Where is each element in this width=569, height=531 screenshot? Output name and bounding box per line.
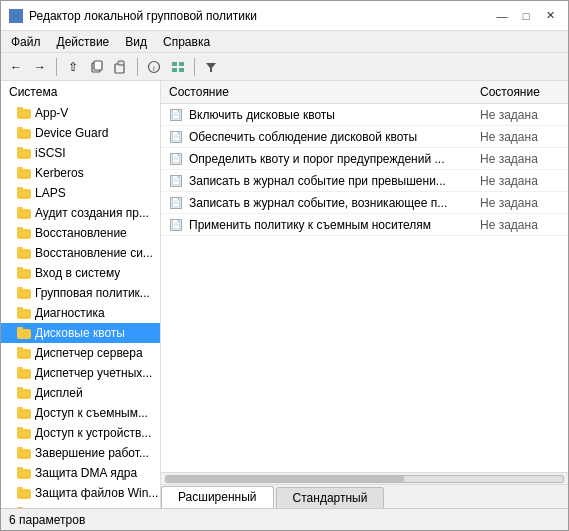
sidebar-item-label: Вход в систему bbox=[35, 266, 120, 280]
policy-list[interactable]: 📄 Включить дисковые квоты Не задана 📄 Об… bbox=[161, 104, 568, 472]
folder-icon bbox=[17, 247, 31, 259]
policy-doc-icon: 📄 bbox=[170, 109, 182, 121]
folder-icon bbox=[17, 327, 31, 339]
policy-icon: 📄 bbox=[169, 152, 183, 166]
sidebar-item-iscsi[interactable]: iSCSI bbox=[1, 143, 160, 163]
menu-file[interactable]: Файл bbox=[5, 33, 47, 51]
view-button[interactable] bbox=[167, 56, 189, 78]
sidebar-item-deviceaccess[interactable]: Доступ к устройств... bbox=[1, 423, 160, 443]
policy-state: Не задана bbox=[480, 196, 560, 210]
sidebar-item-deviceguard[interactable]: Device Guard bbox=[1, 123, 160, 143]
forward-button[interactable]: → bbox=[29, 56, 51, 78]
svg-rect-7 bbox=[179, 62, 184, 66]
sidebar-item-credmanager[interactable]: Диспетчер учетных... bbox=[1, 363, 160, 383]
sidebar-item-grouppolicy[interactable]: Групповая политик... bbox=[1, 283, 160, 303]
properties-button[interactable]: i bbox=[143, 56, 165, 78]
policy-name: Определить квоту и порог предупреждений … bbox=[189, 152, 480, 166]
policy-item[interactable]: 📄 Определить квоту и порог предупреждени… bbox=[161, 148, 568, 170]
folder-icon bbox=[17, 467, 31, 479]
policy-item[interactable]: 📄 Записать в журнал событие, возникающее… bbox=[161, 192, 568, 214]
paste-button[interactable] bbox=[110, 56, 132, 78]
sidebar-item-label: Kerberos bbox=[35, 166, 84, 180]
sidebar-item-appv[interactable]: App-V bbox=[1, 103, 160, 123]
menu-view[interactable]: Вид bbox=[119, 33, 153, 51]
sidebar-item-label: Диагностика bbox=[35, 306, 105, 320]
sidebar-item-recovery-sys[interactable]: Восстановление си... bbox=[1, 243, 160, 263]
tab-standard[interactable]: Стандартный bbox=[276, 487, 385, 508]
toolbar: ← → ⇧ i bbox=[1, 53, 568, 81]
bottom-tabs: Расширенный Стандартный bbox=[161, 484, 568, 508]
col-header-name: Состояние bbox=[169, 85, 480, 99]
sidebar-item-removable[interactable]: Доступ к съемным... bbox=[1, 403, 160, 423]
up-button[interactable]: ⇧ bbox=[62, 56, 84, 78]
policy-item[interactable]: 📄 Включить дисковые квоты Не задана bbox=[161, 104, 568, 126]
back-button[interactable]: ← bbox=[5, 56, 27, 78]
policy-icon: 📄 bbox=[169, 218, 183, 232]
sidebar-item-laps[interactable]: LAPS bbox=[1, 183, 160, 203]
sidebar-item-winfiles[interactable]: Защита файлов Win... bbox=[1, 483, 160, 503]
folder-icon bbox=[17, 507, 31, 508]
sidebar-item-diskquotas[interactable]: Дисковые квоты bbox=[1, 323, 160, 343]
folder-icon bbox=[17, 107, 31, 119]
sidebar-item-label: Восстановление си... bbox=[35, 246, 153, 260]
horizontal-scrollbar[interactable] bbox=[165, 475, 564, 483]
main-window: Редактор локальной групповой политики — … bbox=[0, 0, 569, 531]
copy-button[interactable] bbox=[86, 56, 108, 78]
policy-doc-icon: 📄 bbox=[170, 175, 182, 187]
sidebar-item-label: Групповая политик... bbox=[35, 286, 150, 300]
scrollbar-thumb[interactable] bbox=[166, 476, 404, 482]
policy-item[interactable]: 📄 Обеспечить соблюдение дисковой квоты Н… bbox=[161, 126, 568, 148]
sidebar-item-diagnostics[interactable]: Диагностика bbox=[1, 303, 160, 323]
sidebar-item-display[interactable]: Дисплей bbox=[1, 383, 160, 403]
menu-action[interactable]: Действие bbox=[51, 33, 116, 51]
folder-icon bbox=[17, 167, 31, 179]
policy-name: Обеспечить соблюдение дисковой квоты bbox=[189, 130, 480, 144]
sidebar-item-recovery[interactable]: Восстановление bbox=[1, 223, 160, 243]
minimize-button[interactable]: — bbox=[492, 7, 512, 25]
sidebar-item-label: Восстановление bbox=[35, 226, 127, 240]
policy-name: Записать в журнал событие при превышени.… bbox=[189, 174, 480, 188]
main-content: Система App-V Device Guard iSCSI Kerbero… bbox=[1, 81, 568, 508]
folder-icon bbox=[17, 427, 31, 439]
sidebar-item-dma[interactable]: Защита DMA ядра bbox=[1, 463, 160, 483]
sidebar-item-label: App-V bbox=[35, 106, 68, 120]
maximize-button[interactable]: □ bbox=[516, 7, 536, 25]
sidebar-item-servermanager[interactable]: Диспетчер сервера bbox=[1, 343, 160, 363]
col-header-state: Состояние bbox=[480, 85, 560, 99]
sidebar[interactable]: Система App-V Device Guard iSCSI Kerbero… bbox=[1, 81, 161, 508]
sidebar-item-audit[interactable]: Аудит создания пр... bbox=[1, 203, 160, 223]
folder-icon bbox=[17, 307, 31, 319]
sidebar-item-shutdown[interactable]: Завершение работ... bbox=[1, 443, 160, 463]
right-header: Состояние Состояние bbox=[161, 81, 568, 104]
folder-icon bbox=[17, 387, 31, 399]
policy-state: Не задана bbox=[480, 108, 560, 122]
sidebar-item-kerberos[interactable]: Kerberos bbox=[1, 163, 160, 183]
sidebar-item-label: Защита DMA ядра bbox=[35, 466, 137, 480]
policy-item[interactable]: 📄 Применить политику к съемным носителям… bbox=[161, 214, 568, 236]
title-controls: — □ ✕ bbox=[492, 7, 560, 25]
folder-icon bbox=[17, 267, 31, 279]
policy-icon: 📄 bbox=[169, 108, 183, 122]
sidebar-item-label: Доступ к устройств... bbox=[35, 426, 151, 440]
sidebar-item-login[interactable]: Вход в систему bbox=[1, 263, 160, 283]
menu-help[interactable]: Справка bbox=[157, 33, 216, 51]
status-text: 6 параметров bbox=[9, 513, 85, 527]
sidebar-root-label: Система bbox=[1, 81, 160, 103]
policy-name: Записать в журнал событие, возникающее п… bbox=[189, 196, 480, 210]
policy-name: Включить дисковые квоты bbox=[189, 108, 480, 122]
svg-rect-6 bbox=[172, 62, 177, 66]
folder-icon bbox=[17, 487, 31, 499]
filter-button[interactable] bbox=[200, 56, 222, 78]
close-button[interactable]: ✕ bbox=[540, 7, 560, 25]
sidebar-item-label: Диспетчер учетных... bbox=[35, 366, 152, 380]
sidebar-item-label: Защита файлов Win... bbox=[35, 486, 158, 500]
svg-rect-1 bbox=[94, 61, 102, 70]
policy-icon: 📄 bbox=[169, 196, 183, 210]
policy-item[interactable]: 📄 Записать в журнал событие при превышен… bbox=[161, 170, 568, 192]
sidebar-item-label: LAPS bbox=[35, 186, 66, 200]
policy-icon: 📄 bbox=[169, 130, 183, 144]
toolbar-sep-3 bbox=[194, 58, 195, 76]
folder-icon bbox=[17, 447, 31, 459]
tab-extended[interactable]: Расширенный bbox=[161, 486, 274, 508]
menu-bar: Файл Действие Вид Справка bbox=[1, 31, 568, 53]
